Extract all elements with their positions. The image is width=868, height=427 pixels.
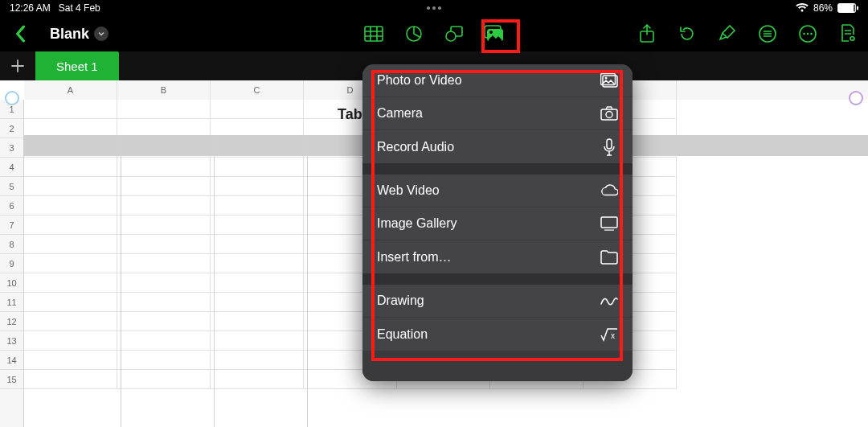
multitask-dots-icon[interactable] [427, 6, 441, 10]
sqrt-icon: x [600, 326, 618, 343]
format-brush-button[interactable] [717, 23, 738, 44]
more-button[interactable] [797, 23, 818, 44]
cell[interactable] [24, 293, 117, 312]
insert-menu-folder[interactable]: Insert from… [362, 240, 633, 273]
insert-menu-scribble[interactable]: Drawing [362, 285, 633, 318]
cell[interactable] [117, 216, 211, 235]
row-header[interactable]: 15 [0, 370, 23, 389]
organize-button[interactable] [757, 23, 778, 44]
svg-point-20 [606, 112, 612, 118]
cell[interactable] [117, 254, 211, 273]
row-header[interactable]: 10 [0, 273, 23, 293]
cell[interactable] [211, 216, 304, 235]
cell[interactable] [24, 370, 117, 389]
table-handle-left[interactable] [5, 91, 19, 105]
cell[interactable] [211, 331, 304, 351]
row-header[interactable]: 5 [0, 177, 23, 196]
folder-icon [600, 248, 618, 266]
row-header[interactable]: 11 [0, 293, 23, 312]
row-header[interactable]: 2 [0, 119, 23, 138]
table-handle-right[interactable] [849, 91, 863, 105]
svg-point-6 [446, 31, 456, 41]
insert-shape-button[interactable] [444, 23, 465, 44]
cell[interactable] [211, 158, 304, 177]
grid-vline [214, 135, 215, 427]
insert-menu-sqrt[interactable]: Equationx [362, 318, 633, 351]
cell[interactable] [117, 312, 211, 331]
row-header[interactable]: 14 [0, 351, 23, 370]
insert-table-button[interactable] [363, 23, 384, 44]
svg-point-14 [807, 33, 809, 35]
cell[interactable] [24, 254, 117, 273]
row-header[interactable]: 12 [0, 312, 23, 331]
grid-vline [307, 135, 308, 427]
cell[interactable] [117, 293, 211, 312]
cell[interactable] [24, 351, 117, 370]
cell[interactable] [117, 158, 211, 177]
battery-icon [837, 3, 858, 13]
row-header[interactable]: 8 [0, 235, 23, 254]
cell[interactable] [24, 196, 117, 216]
cell[interactable] [117, 351, 211, 370]
row-header[interactable]: 13 [0, 331, 23, 351]
cell[interactable] [211, 100, 304, 119]
insert-chart-button[interactable] [403, 23, 424, 44]
cell[interactable] [117, 196, 211, 216]
gallery-icon [600, 215, 618, 232]
cell[interactable] [211, 293, 304, 312]
cell[interactable] [117, 235, 211, 254]
menu-item-label: Drawing [377, 294, 424, 308]
cell[interactable] [211, 273, 304, 293]
menu-item-label: Equation [377, 327, 428, 342]
column-header[interactable]: B [117, 80, 211, 100]
cell[interactable] [211, 196, 304, 216]
cell[interactable] [117, 177, 211, 196]
add-sheet-button[interactable] [0, 51, 35, 80]
cell[interactable] [117, 273, 211, 293]
row-header[interactable]: 4 [0, 158, 23, 177]
row-header[interactable]: 6 [0, 196, 23, 216]
row-header[interactable]: 9 [0, 254, 23, 273]
document-title[interactable]: Blank [50, 26, 108, 43]
cell[interactable] [24, 331, 117, 351]
insert-menu-camera[interactable]: Camera [362, 97, 633, 130]
column-header[interactable]: C [211, 80, 304, 100]
cloud-icon [600, 182, 618, 199]
new-document-button[interactable] [837, 23, 858, 44]
cell[interactable] [211, 351, 304, 370]
cell[interactable] [24, 216, 117, 235]
insert-menu-photo[interactable]: Photo or Video [362, 64, 633, 97]
sheet-tab-1[interactable]: Sheet 1 [35, 51, 119, 80]
insert-menu-mic[interactable]: Record Audio [362, 130, 633, 163]
cell[interactable] [211, 235, 304, 254]
insert-menu-cloud[interactable]: Web Video [362, 174, 633, 207]
share-button[interactable] [637, 23, 657, 44]
insert-menu-gallery[interactable]: Image Gallery [362, 207, 633, 240]
row-header[interactable]: 3 [0, 138, 23, 158]
insert-media-button[interactable] [484, 23, 505, 44]
cell[interactable] [24, 312, 117, 331]
photo-icon [600, 72, 618, 89]
back-button[interactable] [10, 23, 31, 44]
cell[interactable] [211, 177, 304, 196]
cell[interactable] [117, 331, 211, 351]
svg-rect-3 [365, 27, 383, 41]
cell[interactable] [211, 312, 304, 331]
cell[interactable] [117, 100, 211, 119]
insert-media-popover: Photo or VideoCameraRecord Audio Web Vid… [362, 64, 633, 381]
column-header[interactable]: A [24, 80, 117, 100]
undo-button[interactable] [677, 23, 698, 44]
row-headers[interactable]: 123456789101112131415 [0, 100, 24, 427]
row-header[interactable]: 7 [0, 216, 23, 235]
menu-item-label: Insert from… [377, 250, 451, 265]
cell[interactable] [211, 254, 304, 273]
cell[interactable] [24, 158, 117, 177]
cell[interactable] [211, 370, 304, 389]
cell[interactable] [24, 235, 117, 254]
cell[interactable] [117, 370, 211, 389]
chevron-down-icon [94, 27, 108, 41]
cell[interactable] [24, 100, 117, 119]
cell[interactable] [24, 273, 117, 293]
cell[interactable] [24, 177, 117, 196]
menu-item-label: Record Audio [377, 140, 454, 154]
